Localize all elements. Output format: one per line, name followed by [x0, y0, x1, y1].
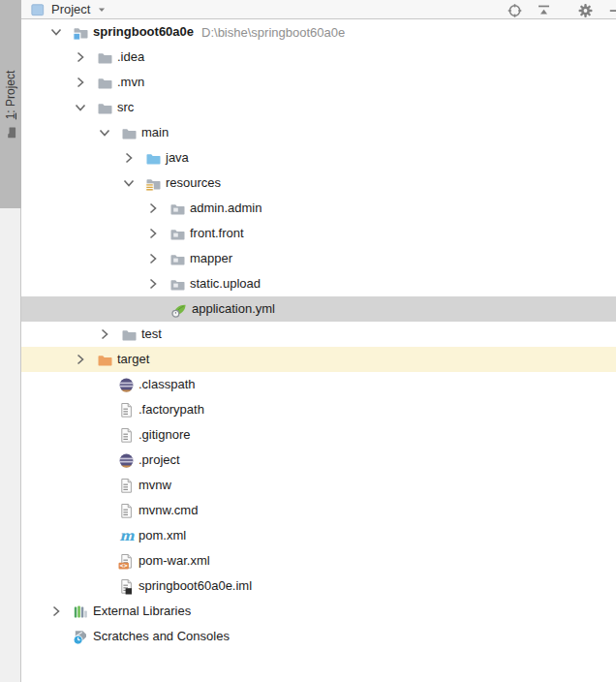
project-path: D:\bishe\springboot60a0e — [201, 25, 345, 40]
tree-item-label: main — [141, 120, 169, 145]
project-view-selector[interactable]: Project — [29, 1, 108, 17]
tree-item-label: .classpath — [139, 372, 196, 397]
project-view-icon — [29, 1, 46, 17]
tree-row-target[interactable]: target — [21, 347, 616, 372]
folder-icon — [121, 326, 138, 343]
tree-item-label: pom-war.xml — [139, 548, 210, 574]
gear-icon[interactable] — [577, 2, 594, 18]
folder-icon — [97, 100, 113, 116]
tool-window-tab-label: 1: Project — [4, 70, 17, 119]
tree-item-label: src — [117, 95, 134, 120]
tree-row-test[interactable]: test — [21, 322, 616, 347]
tree-item-label: static.upload — [190, 271, 261, 296]
tree-row-application-yml[interactable]: application.yml — [21, 296, 616, 322]
spring-file-icon — [171, 301, 188, 318]
text-file-icon — [118, 427, 135, 444]
chevron-expanded-icon[interactable] — [73, 100, 97, 116]
tree-row-gitignore[interactable]: .gitignore — [21, 422, 616, 448]
tree-row-external-libraries[interactable]: External Libraries — [21, 599, 616, 624]
locate-icon[interactable] — [507, 2, 523, 18]
tree-item-label: springboot60a0e — [93, 19, 194, 45]
tree-item-label: .idea — [117, 45, 144, 70]
tree-row-main[interactable]: main — [21, 120, 616, 145]
tree-row-mapper[interactable]: mapper — [21, 246, 616, 271]
chevron-collapsed-icon[interactable] — [97, 326, 121, 343]
chevron-collapsed-icon[interactable] — [73, 75, 97, 91]
tree-item-label: .mvn — [117, 70, 144, 95]
scratches-icon — [73, 629, 89, 645]
chevron-expanded-icon[interactable] — [121, 175, 145, 192]
eclipse-file-icon — [118, 377, 135, 393]
tree-row-idea[interactable]: .idea — [21, 45, 616, 70]
tree-item-label: .project — [139, 448, 180, 473]
libraries-icon — [73, 604, 89, 620]
project-toolbar: Project — [21, 0, 616, 19]
folder-package-icon — [169, 226, 186, 242]
folder-package-icon — [169, 201, 186, 217]
tree-item-label: target — [117, 347, 149, 372]
text-file-icon — [118, 402, 135, 418]
tree-row-mvnw[interactable]: mvnw — [21, 473, 616, 498]
text-file-icon — [118, 478, 135, 494]
tree-item-label: External Libraries — [93, 599, 191, 624]
folder-blue-icon — [145, 150, 162, 167]
tree-item-label: mapper — [190, 246, 232, 271]
collapse-all-icon[interactable] — [536, 2, 552, 18]
tree-row-src[interactable]: src — [21, 95, 616, 120]
tree-row-springboot60a0e[interactable]: springboot60a0eD:\bishe\springboot60a0e — [21, 19, 616, 45]
eclipse-file-icon — [118, 452, 135, 469]
tree-row-admin-admin[interactable]: admin.admin — [21, 196, 616, 221]
text-file-icon — [118, 503, 135, 519]
folder-icon — [121, 125, 138, 141]
tree-row-classpath[interactable]: .classpath — [21, 372, 616, 397]
project-tool-window: Project springboot60a0eD:\bishe\springbo… — [21, 0, 616, 682]
chevron-collapsed-icon[interactable] — [48, 604, 73, 620]
tree-item-label: Scratches and Consoles — [93, 624, 230, 649]
tree-row-pom-war-xml[interactable]: <>pom-war.xml — [21, 548, 616, 574]
tree-row-pom-xml[interactable]: mpom.xml — [21, 523, 616, 548]
chevron-collapsed-icon[interactable] — [145, 251, 169, 267]
tree-row-mvnw-cmd[interactable]: mvnw.cmd — [21, 498, 616, 523]
project-file-tree: springboot60a0eD:\bishe\springboot60a0e.… — [21, 19, 616, 649]
tree-item-label: .gitignore — [139, 422, 190, 448]
chevron-collapsed-icon[interactable] — [145, 226, 169, 242]
chevron-collapsed-icon[interactable] — [73, 49, 97, 66]
chevron-expanded-icon[interactable] — [48, 24, 73, 41]
tree-item-label: mvnw.cmd — [139, 498, 198, 523]
tool-window-tab-project[interactable]: 1: Project — [0, 0, 21, 208]
tree-row-java[interactable]: java — [21, 145, 616, 170]
xml-file-icon: <> — [118, 553, 135, 570]
tree-row-static-upload[interactable]: static.upload — [21, 271, 616, 296]
tree-row-resources[interactable]: resources — [21, 170, 616, 196]
folder-icon — [97, 75, 113, 91]
tree-item-label: java — [166, 145, 189, 170]
chevron-expanded-icon[interactable] — [97, 125, 121, 141]
toolwindow-title: Project — [51, 2, 90, 16]
chevron-down-icon — [96, 4, 108, 16]
folder-package-icon — [169, 251, 186, 267]
tree-row-scratches-and-consoles[interactable]: Scratches and Consoles — [21, 624, 616, 649]
folder-icon — [5, 126, 17, 139]
tree-row-front-front[interactable]: front.front — [21, 221, 616, 246]
svg-text:<>: <> — [120, 562, 128, 570]
tree-row-factorypath[interactable]: .factorypath — [21, 397, 616, 422]
iml-file-icon — [118, 578, 135, 595]
hide-icon[interactable] — [606, 2, 616, 18]
chevron-collapsed-icon[interactable] — [145, 201, 169, 217]
tree-row-project[interactable]: .project — [21, 448, 616, 473]
folder-orange-icon — [97, 352, 113, 368]
tree-row-mvn[interactable]: .mvn — [21, 70, 616, 95]
folder-icon — [97, 49, 113, 66]
folder-package-icon — [169, 276, 186, 293]
tree-item-label: pom.xml — [139, 523, 186, 548]
tree-item-label: .factorypath — [139, 397, 204, 422]
chevron-collapsed-icon[interactable] — [121, 150, 145, 167]
maven-file-icon: m — [118, 528, 135, 544]
tree-item-label: admin.admin — [190, 196, 262, 221]
chevron-collapsed-icon[interactable] — [145, 276, 169, 293]
chevron-collapsed-icon[interactable] — [73, 352, 97, 368]
folder-project-icon — [73, 24, 89, 41]
tool-window-strip: 1: Project — [0, 0, 21, 682]
tree-row-springboot60a0e-iml[interactable]: springboot60a0e.iml — [21, 574, 616, 599]
tree-item-label: springboot60a0e.iml — [139, 574, 252, 599]
